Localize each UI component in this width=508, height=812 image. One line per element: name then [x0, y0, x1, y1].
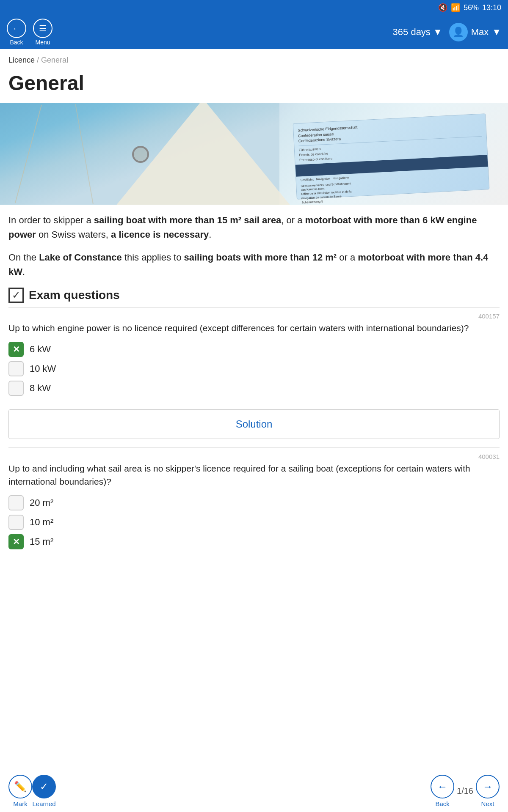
licence-card-image: Schweizerische Eidgenossenschaft Confédé… [293, 113, 490, 200]
answer-2-1[interactable]: 20 m² [8, 495, 500, 510]
learned-button[interactable]: ✓ Learned [32, 775, 56, 807]
breadcrumb-parent[interactable]: Licence [8, 56, 35, 64]
next-page-label: Next [481, 800, 494, 807]
mute-icon: 🔇 [438, 3, 447, 12]
answer-1-3[interactable]: 8 kW [8, 381, 500, 396]
breadcrumb-current: General [41, 56, 68, 64]
status-icons: 🔇 📶 56% 13:10 [438, 3, 501, 12]
back-page-icon: ← [431, 775, 454, 798]
menu-nav-button[interactable]: ☰ Menu [33, 19, 52, 46]
breadcrumb-separator: / [37, 56, 39, 64]
answer-2-1-text: 20 m² [30, 497, 53, 508]
next-page-button[interactable]: → Next [476, 775, 500, 807]
question-2-text: Up to and including what sail area is no… [8, 462, 500, 488]
user-name: Max [471, 27, 489, 38]
learned-label: Learned [32, 800, 55, 807]
paragraph-1: In order to skipper a sailing boat with … [8, 213, 500, 242]
battery-level: 56% [464, 3, 479, 12]
answer-2-1-checkbox[interactable] [8, 495, 24, 510]
status-bar: 🔇 📶 56% 13:10 [0, 0, 508, 15]
user-menu[interactable]: 👤 Max ▼ [449, 23, 501, 41]
answer-2-2-text: 10 m² [30, 517, 53, 528]
answer-1-3-text: 8 kW [30, 383, 51, 394]
paragraph-2: On the Lake of Constance this applies to… [8, 250, 500, 279]
answer-2-2[interactable]: 10 m² [8, 515, 500, 530]
question-2-id: 400031 [8, 453, 500, 460]
time-display: 13:10 [482, 3, 501, 12]
back-nav-button[interactable]: ← Back [7, 19, 26, 46]
menu-nav-icon: ☰ [33, 19, 52, 38]
page-title: General [0, 65, 508, 103]
avatar: 👤 [449, 23, 468, 41]
exam-section: ✓ Exam questions 400157 Up to which engi… [0, 288, 508, 609]
next-page-icon: → [476, 775, 500, 798]
answer-2-2-checkbox[interactable] [8, 515, 24, 530]
answer-1-1-text: 6 kW [30, 344, 51, 355]
breadcrumb: Licence / General [0, 49, 508, 65]
answer-1-1[interactable]: 6 kW [8, 342, 500, 357]
answer-2-3-checkbox[interactable] [8, 534, 24, 549]
learned-icon: ✓ [32, 775, 56, 798]
back-nav-icon: ← [7, 19, 26, 38]
question-1: 400157 Up to which engine power is no li… [0, 307, 508, 409]
answer-1-2-checkbox[interactable] [8, 361, 24, 376]
question-1-id: 400157 [8, 313, 500, 320]
days-dropdown-icon: ▼ [433, 27, 442, 38]
mark-label: Mark [13, 800, 27, 807]
nav-bar: ← Back ☰ Menu 365 days ▼ 👤 Max ▼ [0, 15, 508, 49]
back-page-button[interactable]: ← Back [431, 775, 454, 807]
back-nav-label: Back [10, 39, 23, 46]
days-selector[interactable]: 365 days ▼ [393, 27, 442, 38]
days-label: 365 days [393, 27, 431, 38]
hero-image: Schweizerische Eidgenossenschaft Confédé… [0, 103, 508, 205]
question-1-answers: 6 kW 10 kW 8 kW [8, 342, 500, 396]
answer-1-1-checkbox[interactable] [8, 342, 24, 357]
user-dropdown-icon: ▼ [492, 27, 501, 38]
answer-2-3[interactable]: 15 m² [8, 534, 500, 549]
question-2-answers: 20 m² 10 m² 15 m² [8, 495, 500, 549]
rope-hook [132, 146, 149, 163]
content-area: In order to skipper a sailing boat with … [0, 205, 508, 279]
answer-2-3-text: 15 m² [30, 536, 53, 547]
question-2: 400031 Up to and including what sail are… [0, 448, 508, 563]
wifi-icon: 📶 [451, 3, 460, 12]
solution-button-1[interactable]: Solution [8, 409, 500, 439]
exam-header: ✓ Exam questions [0, 288, 508, 307]
menu-nav-label: Menu [35, 39, 50, 46]
answer-1-3-checkbox[interactable] [8, 381, 24, 396]
mark-button[interactable]: ✏️ Mark [8, 775, 32, 807]
bottom-nav: ✏️ Mark ✓ Learned ← Back 1/16 → Next [0, 770, 508, 812]
mark-icon: ✏️ [8, 775, 32, 798]
back-page-label: Back [435, 800, 449, 807]
answer-1-2-text: 10 kW [30, 363, 56, 374]
answer-1-2[interactable]: 10 kW [8, 361, 500, 376]
question-1-text: Up to which engine power is no licence r… [8, 321, 500, 335]
bottom-right-nav: ← Back 1/16 → Next [431, 775, 500, 807]
exam-title: Exam questions [29, 288, 120, 302]
exam-checkbox-icon: ✓ [8, 288, 24, 303]
page-counter: 1/16 [457, 786, 473, 796]
